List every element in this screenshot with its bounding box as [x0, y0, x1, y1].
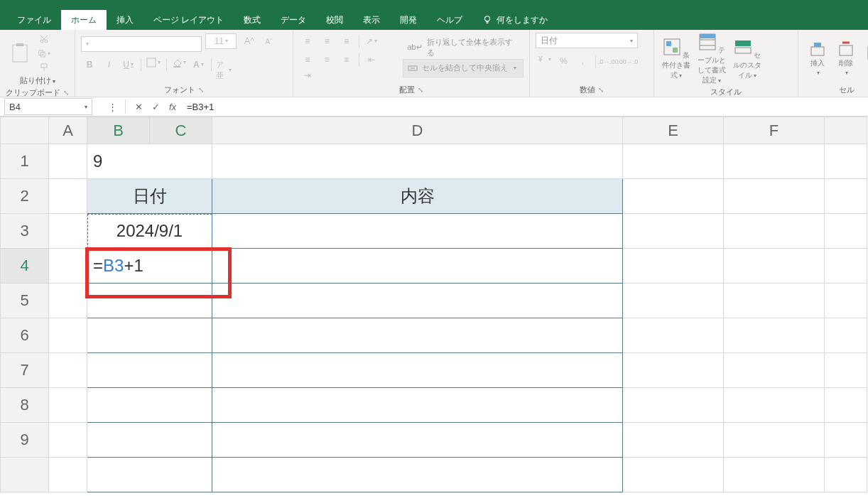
bold-button[interactable]: B — [82, 57, 97, 72]
conditional-formatting-button[interactable]: 条件付き書式▾ — [660, 38, 693, 80]
format-cells-button[interactable]: 書 — [861, 44, 868, 72]
cell-A6[interactable] — [49, 318, 87, 353]
cell-A2[interactable] — [49, 179, 87, 214]
cell-BC6[interactable] — [87, 318, 212, 353]
wrap-text-button[interactable]: ab↵ 折り返して全体を表示する — [403, 39, 523, 56]
tab-formulas[interactable]: 数式 — [234, 10, 271, 30]
worksheet[interactable]: A B C D E F 1 9 2 日付 内容 — [0, 117, 868, 496]
cell-F5[interactable] — [724, 284, 825, 318]
cell-D7[interactable] — [212, 353, 623, 388]
cell-D9[interactable] — [212, 423, 623, 458]
shrink-font-button[interactable]: Aˇ — [261, 33, 276, 49]
row-2[interactable]: 2 — [1, 179, 49, 214]
delete-cells-button[interactable]: 削除▾ — [832, 40, 859, 76]
cell-BC8[interactable] — [87, 388, 212, 423]
cell-D1[interactable] — [212, 144, 623, 179]
phonetic-button[interactable]: ア亜▾ — [216, 63, 232, 78]
cell-D2[interactable]: 内容 — [212, 179, 623, 214]
cell-E7[interactable] — [623, 353, 724, 388]
cell-A4[interactable] — [49, 249, 87, 284]
name-box[interactable]: B4 ▾ — [4, 98, 92, 115]
font-size-combo[interactable]: 11▾ — [205, 33, 237, 49]
tab-developer[interactable]: 開発 — [390, 10, 427, 30]
cell-A9[interactable] — [49, 423, 87, 458]
cell-G6[interactable] — [825, 318, 867, 353]
cell-BC9[interactable] — [87, 423, 212, 458]
cell-A1[interactable] — [49, 144, 87, 179]
cell-F3[interactable] — [724, 214, 825, 249]
cell-E4[interactable] — [623, 249, 724, 284]
cell-G7[interactable] — [825, 353, 867, 388]
cell-F6[interactable] — [724, 318, 825, 353]
clipboard-launcher-icon[interactable]: ⤡ — [60, 89, 69, 97]
cell-B1[interactable]: 9 — [87, 144, 212, 179]
font-name-combo[interactable]: ▾ — [81, 36, 202, 52]
cell-F1[interactable] — [724, 144, 825, 179]
cell-F4[interactable] — [724, 249, 825, 284]
align-center-button[interactable]: ≡ — [319, 52, 335, 68]
accounting-button[interactable]: ¥▾ — [536, 51, 552, 67]
formula-input[interactable]: =B3+1 — [181, 102, 868, 112]
merge-center-button[interactable]: セルを結合して中央揃え ▾ — [403, 59, 523, 77]
font-color-button[interactable]: A▾ — [190, 57, 206, 72]
tab-review[interactable]: 校閲 — [316, 10, 353, 30]
cell-G9[interactable] — [825, 423, 867, 458]
cell-F2[interactable] — [724, 179, 825, 214]
comma-button[interactable]: , — [575, 53, 591, 69]
fill-color-button[interactable]: ▾ — [171, 55, 187, 70]
cell-BC10[interactable] — [87, 458, 212, 492]
col-B[interactable]: B — [87, 117, 150, 144]
cell-A5[interactable] — [49, 284, 87, 318]
cell-E5[interactable] — [623, 284, 724, 318]
cell-BC7[interactable] — [87, 353, 212, 388]
cancel-formula-button[interactable]: ✕ — [130, 102, 147, 112]
align-left-button[interactable]: ≡ — [300, 52, 315, 68]
orientation-button[interactable]: ↗▾ — [364, 33, 379, 49]
row-6[interactable]: 6 — [1, 318, 49, 353]
tab-home[interactable]: ホーム — [61, 10, 107, 30]
border-button[interactable]: ▾ — [146, 55, 161, 70]
cell-G2[interactable] — [825, 179, 867, 214]
cell-E1[interactable] — [623, 144, 724, 179]
row-3[interactable]: 3 — [1, 214, 49, 249]
tab-view[interactable]: 表示 — [353, 10, 390, 30]
row-1[interactable]: 1 — [1, 144, 49, 179]
font-launcher-icon[interactable]: ⤡ — [195, 86, 204, 94]
tab-help[interactable]: ヘルプ — [427, 10, 472, 30]
cell-G10[interactable] — [825, 458, 867, 492]
row-4[interactable]: 4 — [1, 249, 49, 284]
align-top-button[interactable]: ≡ — [300, 33, 315, 49]
format-as-table-button[interactable]: テーブルとして書式設定▾ — [695, 33, 728, 85]
align-middle-button[interactable]: ≡ — [319, 33, 335, 49]
tab-insert[interactable]: 挿入 — [107, 10, 143, 30]
cell-A3[interactable] — [49, 214, 87, 249]
col-extra[interactable] — [825, 117, 867, 144]
select-all-corner[interactable] — [1, 117, 49, 144]
col-D[interactable]: D — [212, 117, 623, 144]
number-format-combo[interactable]: 日付▾ — [536, 33, 638, 48]
row-5[interactable]: 5 — [1, 284, 49, 318]
col-E[interactable]: E — [623, 117, 724, 144]
enter-formula-button[interactable]: ✓ — [147, 102, 164, 112]
row-10[interactable] — [1, 458, 49, 492]
cut-button[interactable] — [38, 33, 50, 45]
cell-D5[interactable] — [212, 284, 623, 318]
align-bottom-button[interactable]: ≡ — [339, 33, 354, 49]
alignment-launcher-icon[interactable]: ⤡ — [415, 86, 423, 94]
cell-G1[interactable] — [825, 144, 867, 179]
fx-button[interactable]: fx — [164, 102, 181, 112]
cell-D3[interactable] — [212, 214, 623, 249]
row-7[interactable]: 7 — [1, 353, 49, 388]
cell-G5[interactable] — [825, 284, 867, 318]
underline-button[interactable]: U▾ — [121, 57, 136, 72]
cell-A10[interactable] — [49, 458, 87, 492]
indent-inc-button[interactable]: ⇥ — [300, 68, 315, 83]
paste-button[interactable] — [6, 37, 34, 70]
cell-D10[interactable] — [212, 458, 623, 492]
cell-F8[interactable] — [724, 388, 825, 423]
row-8[interactable]: 8 — [1, 388, 49, 423]
cell-E2[interactable] — [623, 179, 724, 214]
cell-F9[interactable] — [724, 423, 825, 458]
tell-me-search[interactable]: 何をしますか — [472, 10, 558, 30]
cell-F7[interactable] — [724, 353, 825, 388]
